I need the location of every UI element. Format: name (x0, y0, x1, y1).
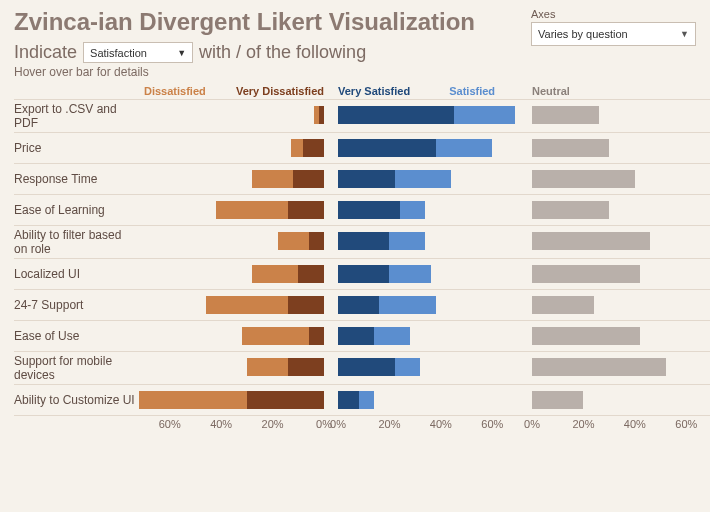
neutral-bar[interactable] (532, 320, 710, 351)
positive-bar[interactable] (338, 384, 518, 415)
positive-bar[interactable] (338, 320, 518, 351)
negative-bar[interactable] (144, 320, 324, 351)
positive-bar[interactable] (338, 132, 518, 163)
neutral-bar[interactable] (532, 258, 710, 289)
row-label: Price (14, 132, 144, 163)
legend-satisfied: Satisfied (449, 85, 495, 97)
indicate-select-value: Satisfaction (90, 47, 147, 59)
axes-select[interactable]: Varies by question ▼ (531, 22, 696, 46)
legend-very-dissatisfied: Very Dissatisfied (236, 85, 324, 97)
legend-positive: Very Satisfied Satisfied (338, 85, 518, 99)
neutral-bar[interactable] (532, 384, 710, 415)
axes-label: Axes (531, 8, 696, 20)
axis: 0%20%40%60% (532, 415, 710, 436)
row-label: Ability to filter based on role (14, 225, 144, 258)
negative-bar[interactable] (144, 258, 324, 289)
row-label: Localized UI (14, 258, 144, 289)
chevron-down-icon: ▼ (177, 48, 186, 58)
neutral-bar[interactable] (532, 99, 710, 130)
negative-bar[interactable] (144, 163, 324, 194)
neutral-bar[interactable] (532, 225, 710, 256)
chevron-down-icon: ▼ (680, 29, 689, 39)
neutral-bar[interactable] (532, 289, 710, 320)
row-label: Support for mobile devices (14, 351, 144, 384)
row-label: Ease of Use (14, 320, 144, 351)
negative-bar[interactable] (144, 225, 324, 256)
legend-negative: Dissatisfied Very Dissatisfied (144, 85, 324, 99)
negative-bar[interactable] (144, 351, 324, 382)
axes-select-value: Varies by question (538, 28, 628, 40)
negative-bar[interactable] (144, 132, 324, 163)
axis: 60%40%20%0% (144, 415, 324, 436)
neutral-bar[interactable] (532, 194, 710, 225)
legend-very-satisfied: Very Satisfied (338, 85, 410, 97)
positive-bar[interactable] (338, 258, 518, 289)
positive-bar[interactable] (338, 289, 518, 320)
positive-bar[interactable] (338, 194, 518, 225)
hover-hint: Hover over bar for details (14, 65, 696, 79)
positive-bar[interactable] (338, 225, 518, 256)
neutral-bar[interactable] (532, 132, 710, 163)
likert-chart: Dissatisfied Very Dissatisfied Very Sati… (14, 85, 696, 436)
indicate-select[interactable]: Satisfaction ▼ (83, 42, 193, 63)
positive-bar[interactable] (338, 351, 518, 382)
row-label: Ease of Learning (14, 194, 144, 225)
positive-bar[interactable] (338, 163, 518, 194)
negative-bar[interactable] (144, 99, 324, 130)
indicate-prefix: Indicate (14, 42, 77, 63)
axes-control: Axes Varies by question ▼ (531, 8, 696, 46)
axis: 0%20%40%60% (338, 415, 518, 436)
negative-bar[interactable] (144, 384, 324, 415)
neutral-bar[interactable] (532, 163, 710, 194)
row-label: Ability to Customize UI (14, 384, 144, 415)
row-label: 24-7 Support (14, 289, 144, 320)
positive-bar[interactable] (338, 99, 518, 130)
row-label: Response Time (14, 163, 144, 194)
legend-neutral: Neutral (532, 85, 710, 99)
neutral-bar[interactable] (532, 351, 710, 382)
legend-dissatisfied: Dissatisfied (144, 85, 206, 97)
negative-bar[interactable] (144, 289, 324, 320)
row-label: Export to .CSV and PDF (14, 99, 144, 132)
indicate-suffix: with / of the following (199, 42, 366, 63)
negative-bar[interactable] (144, 194, 324, 225)
